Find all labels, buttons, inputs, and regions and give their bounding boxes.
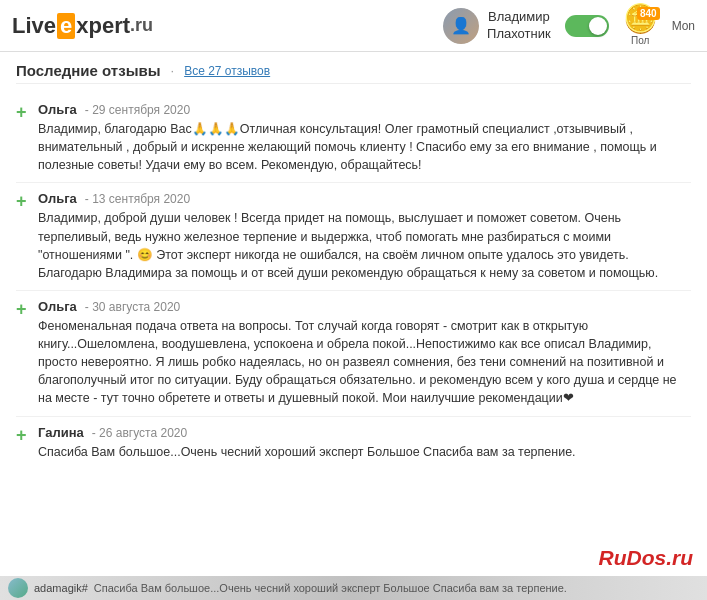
review-author-line: Ольга - 30 августа 2020 (38, 299, 691, 314)
logo-xpert-text: xpert (76, 13, 130, 39)
logo-e-box: e (57, 13, 75, 39)
review-item: + Ольга - 13 сентября 2020 Владимир, доб… (16, 183, 691, 291)
section-title: Последние отзывы (16, 62, 161, 79)
logo-live-text: Live (12, 13, 56, 39)
user-info: 👤 Владимир Плахотник (443, 8, 551, 44)
user-name: Владимир Плахотник (487, 9, 551, 43)
review-author: Ольга (38, 191, 77, 206)
review-body: Ольга - 29 сентября 2020 Владимир, благо… (38, 102, 691, 174)
review-item: + Ольга - 29 сентября 2020 Владимир, бла… (16, 94, 691, 183)
review-date: - 30 августа 2020 (85, 300, 180, 314)
review-body: Галина - 26 августа 2020 Спасиба Вам бол… (38, 425, 691, 461)
review-text: Феноменальная подача ответа на вопросы. … (38, 317, 691, 408)
review-author: Галина (38, 425, 84, 440)
review-body: Ольга - 30 августа 2020 Феноменальная по… (38, 299, 691, 408)
online-toggle[interactable] (565, 15, 609, 37)
review-plus-icon: + (16, 102, 30, 124)
section-title-row: Последние отзывы · Все 27 отзывов (16, 62, 691, 84)
coins-amount: 840 (637, 7, 660, 20)
header-right-section: 👤 Владимир Плахотник 🪙 840 Пол Mon (443, 5, 695, 46)
footer-username: adamagik# (34, 582, 88, 594)
review-plus-icon: + (16, 425, 30, 447)
all-reviews-link[interactable]: Все 27 отзывов (184, 64, 270, 78)
avatar-image: 👤 (443, 8, 479, 44)
toggle-knob (589, 17, 607, 35)
review-item: + Ольга - 30 августа 2020 Феноменальная … (16, 291, 691, 417)
review-date: - 29 сентября 2020 (85, 103, 190, 117)
reviews-list: + Ольга - 29 сентября 2020 Владимир, бла… (16, 94, 691, 465)
review-author-line: Ольга - 29 сентября 2020 (38, 102, 691, 117)
review-author-line: Галина - 26 августа 2020 (38, 425, 691, 440)
avatar: 👤 (443, 8, 479, 44)
footer-bar: adamagik# Спасиба Вам большое...Очень че… (0, 576, 707, 600)
review-text: Спасиба Вам большое...Очень чесний хорош… (38, 443, 691, 461)
watermark: RuDos.ru (593, 544, 700, 572)
review-body: Ольга - 13 сентября 2020 Владимир, добро… (38, 191, 691, 282)
header: Live e xpert .ru 👤 Владимир Плахотник 🪙 … (0, 0, 707, 52)
watermark-text: RuDos.ru (599, 546, 694, 569)
review-date: - 13 сентября 2020 (85, 192, 190, 206)
review-date: - 26 августа 2020 (92, 426, 187, 440)
review-text: Владимир, доброй души человек ! Всегда п… (38, 209, 691, 282)
footer-avatar (8, 578, 28, 598)
main-content: Последние отзывы · Все 27 отзывов + Ольг… (0, 52, 707, 465)
review-text: Владимир, благодарю Вас🙏🙏🙏Отличная консу… (38, 120, 691, 174)
coins-label: Пол (631, 35, 649, 46)
footer-preview: Спасиба Вам большое...Очень чесний хорош… (94, 582, 567, 594)
review-plus-icon: + (16, 191, 30, 213)
review-plus-icon: + (16, 299, 30, 321)
site-logo[interactable]: Live e xpert .ru (12, 13, 153, 39)
review-author: Ольга (38, 299, 77, 314)
logo-ru-text: .ru (130, 15, 153, 36)
coins-block[interactable]: 🪙 840 Пол (623, 5, 658, 46)
review-item-partial: + Галина - 26 августа 2020 Спасиба Вам б… (16, 417, 691, 465)
section-separator: · (171, 63, 175, 78)
review-author: Ольга (38, 102, 77, 117)
header-time: Mon (672, 19, 695, 33)
review-author-line: Ольга - 13 сентября 2020 (38, 191, 691, 206)
